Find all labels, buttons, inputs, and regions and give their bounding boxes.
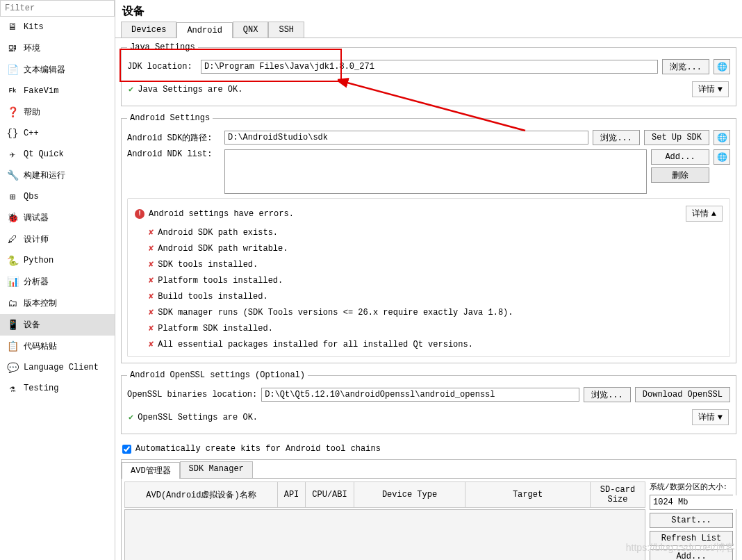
- globe-icon[interactable]: 🌐: [714, 149, 730, 165]
- sidebar-item-environment[interactable]: 🖳环境: [0, 38, 115, 59]
- sidebar-item-vcs[interactable]: 🗂版本控制: [0, 293, 115, 314]
- err-item: SDK manager runs (SDK Tools versions <= …: [158, 308, 513, 318]
- globe-icon[interactable]: 🌐: [714, 59, 730, 74]
- ndk-add-button[interactable]: Add...: [651, 149, 709, 165]
- col-devtype[interactable]: Device Type: [354, 482, 465, 508]
- java-details-button[interactable]: 详情 ▼: [692, 81, 729, 97]
- jdk-input[interactable]: [201, 60, 658, 74]
- sidebar-item-label: 环境: [24, 42, 40, 54]
- tab-ssh[interactable]: SSH: [268, 22, 304, 38]
- tab-sdk-manager[interactable]: SDK Manager: [180, 461, 253, 478]
- sidebar-item-label: 构建和运行: [24, 170, 65, 181]
- android-details-button[interactable]: 详情 ▲: [686, 206, 723, 222]
- chevron-down-icon: ▼: [718, 413, 723, 422]
- x-icon: ✘: [149, 275, 154, 286]
- col-cpu[interactable]: CPU/ABI: [306, 482, 354, 508]
- monitor-icon: 🖳: [7, 43, 18, 54]
- col-sd[interactable]: SD-card Size: [591, 482, 645, 508]
- sidebar-item-label: 调试器: [24, 212, 49, 224]
- sidebar-item-testing[interactable]: ⚗Testing: [0, 378, 115, 399]
- tab-android[interactable]: Android: [176, 22, 232, 38]
- partition-size-spinner[interactable]: ▲▼: [650, 495, 733, 510]
- sidebar-item-label: Qbs: [24, 192, 39, 201]
- start-button[interactable]: Start...: [650, 513, 733, 528]
- partition-size-input[interactable]: [650, 495, 742, 509]
- chevron-up-icon: ▲: [711, 209, 716, 219]
- auto-kits-label: Automatically create kits for Android to…: [135, 444, 381, 454]
- x-icon: ✘: [149, 243, 154, 254]
- col-api[interactable]: API: [278, 482, 306, 508]
- sidebar-item-buildrun[interactable]: 🔧构建和运行: [0, 165, 115, 186]
- sidebar-item-label: 代码粘贴: [24, 340, 57, 352]
- jdk-browse-button[interactable]: 浏览...: [662, 59, 709, 74]
- tab-qnx[interactable]: QNX: [233, 22, 269, 38]
- page-title: 设备: [115, 0, 742, 22]
- tab-avd-manager[interactable]: AVD管理器: [122, 462, 180, 479]
- sidebar-item-help[interactable]: ❓帮助: [0, 101, 115, 123]
- sidebar-item-codepaste[interactable]: 📋代码粘贴: [0, 336, 115, 357]
- check-icon: ✔: [129, 84, 133, 94]
- openssl-label: OpenSSL binaries location:: [127, 390, 257, 400]
- avd-table: AVD(Android虚拟设备)名称 API CPU/ABI Device Ty…: [124, 481, 645, 508]
- openssl-input[interactable]: [261, 388, 579, 402]
- ndk-remove-button[interactable]: 删除: [651, 167, 709, 183]
- sidebar-item-label: Qt Quick: [24, 149, 64, 159]
- python-icon: 🐍: [7, 255, 18, 266]
- openssl-details-button[interactable]: 详情 ▼: [692, 409, 729, 425]
- sidebar-item-designer[interactable]: 🖊设计师: [0, 229, 115, 250]
- sidebar-item-kits[interactable]: 🖥Kits: [0, 17, 115, 38]
- android-settings: Android Settings Android SDK的路径: 浏览... S…: [121, 113, 736, 363]
- android-error-title: Android settings have errors.: [149, 209, 294, 219]
- sidebar-item-label: Kits: [24, 22, 44, 32]
- sdk-input[interactable]: [224, 131, 588, 145]
- sdk-browse-button[interactable]: 浏览...: [593, 130, 640, 145]
- sidebar-item-label: 版本控制: [24, 297, 57, 309]
- sidebar-item-python[interactable]: 🐍Python: [0, 250, 115, 271]
- nav-list: 🖥Kits 🖳环境 📄文本编辑器 FkFakeVim ❓帮助 {}C++ ✈Qt…: [0, 17, 115, 399]
- x-icon: ✘: [149, 307, 154, 318]
- devices-icon: 📱: [7, 320, 18, 331]
- x-icon: ✘: [149, 323, 154, 333]
- brush-icon: 🖊: [7, 234, 18, 245]
- ndk-label: Android NDK list:: [127, 149, 220, 159]
- sidebar-item-langclient[interactable]: 💬Language Client: [0, 357, 115, 378]
- ndk-listbox[interactable]: [224, 149, 647, 194]
- sidebar-item-label: 设计师: [24, 233, 49, 245]
- add-avd-button[interactable]: Add...: [650, 549, 733, 560]
- tab-devices[interactable]: Devices: [121, 22, 176, 38]
- sidebar-item-analyzer[interactable]: 📊分析器: [0, 271, 115, 293]
- sidebar-item-qbs[interactable]: ⊞Qbs: [0, 186, 115, 207]
- sidebar-item-cpp[interactable]: {}C++: [0, 123, 115, 144]
- sidebar-item-devices[interactable]: 📱设备: [0, 314, 115, 336]
- download-openssl-button[interactable]: Download OpenSSL: [635, 387, 730, 402]
- qbs-icon: ⊞: [7, 191, 18, 202]
- filter-input[interactable]: [0, 0, 115, 17]
- error-icon: !: [135, 209, 145, 219]
- fakevim-icon: Fk: [7, 85, 18, 97]
- sidebar-item-qtquick[interactable]: ✈Qt Quick: [0, 144, 115, 165]
- sidebar-item-fakevim[interactable]: FkFakeVim: [0, 81, 115, 101]
- sidebar-item-debugger[interactable]: 🐞调试器: [0, 207, 115, 229]
- sidebar-item-label: Testing: [24, 384, 58, 393]
- err-item: Platform tools installed.: [158, 276, 283, 286]
- globe-icon[interactable]: 🌐: [714, 130, 730, 145]
- auto-kits-checkbox[interactable]: [122, 445, 131, 454]
- setup-sdk-button[interactable]: Set Up SDK: [644, 130, 709, 145]
- sidebar-item-label: Language Client: [24, 363, 99, 372]
- sidebar-item-text-editor[interactable]: 📄文本编辑器: [0, 59, 115, 81]
- openssl-browse-button[interactable]: 浏览...: [584, 387, 631, 402]
- openssl-legend: Android OpenSSL settings (Optional): [127, 370, 308, 380]
- flask-icon: ⚗: [7, 383, 18, 394]
- col-avd-name[interactable]: AVD(Android虚拟设备)名称: [125, 482, 278, 508]
- sidebar-item-label: 设备: [24, 319, 40, 331]
- avd-table-body[interactable]: [124, 509, 645, 560]
- layers-icon: 🗂: [7, 298, 18, 309]
- x-icon: ✘: [149, 291, 154, 302]
- sdk-label: Android SDK的路径:: [127, 132, 220, 144]
- col-target[interactable]: Target: [465, 482, 591, 508]
- android-legend: Android Settings: [127, 113, 213, 123]
- err-item: Android SDK path writable.: [158, 244, 288, 254]
- sidebar-item-label: 文本编辑器: [24, 64, 65, 76]
- refresh-button[interactable]: Refresh List: [650, 531, 733, 546]
- x-icon: ✘: [149, 339, 154, 349]
